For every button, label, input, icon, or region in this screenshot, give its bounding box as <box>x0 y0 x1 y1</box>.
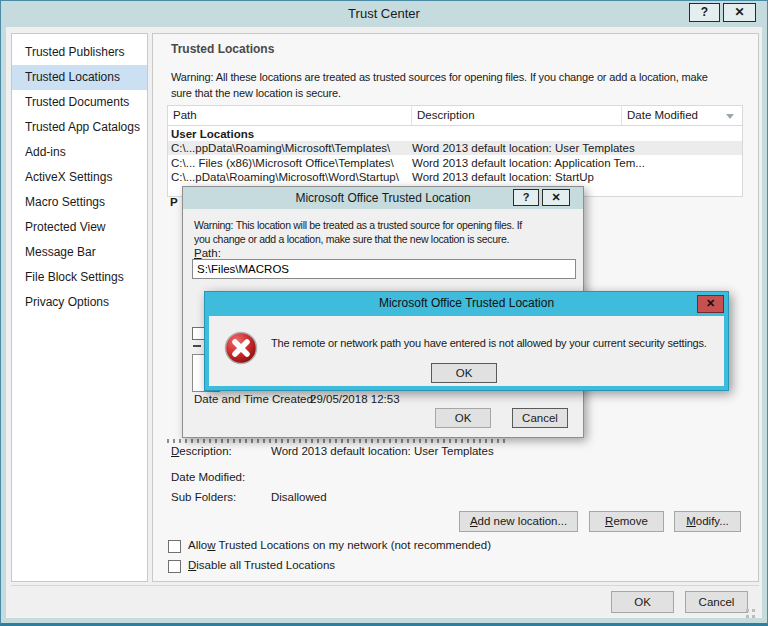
error-icon <box>224 331 258 365</box>
close-icon: ✕ <box>706 297 715 309</box>
dialog-close-button[interactable]: ✕ <box>542 189 570 206</box>
sidebar-item-activex-settings[interactable]: ActiveX Settings <box>12 165 147 190</box>
sidebar-item-macro-settings[interactable]: Macro Settings <box>12 190 147 215</box>
row-path: C:\...pData\Roaming\Microsoft\Word\Start… <box>168 170 412 184</box>
allow-network-locations-label[interactable]: Allow Trusted Locations on my network (n… <box>188 539 491 551</box>
ok-button[interactable]: OK <box>611 591 674 613</box>
description-label: Description: <box>171 445 232 457</box>
path-input[interactable] <box>192 259 576 279</box>
help-button[interactable]: ? <box>689 3 720 22</box>
error-dialog-body: The remote or network path you have ente… <box>209 316 724 386</box>
accel: A <box>470 515 478 527</box>
subfolders-value: Disallowed <box>271 491 327 503</box>
sidebar-item-file-block-settings[interactable]: File Block Settings <box>12 265 147 290</box>
sidebar-item-trusted-app-catalogs[interactable]: Trusted App Catalogs <box>12 115 147 140</box>
section-heading: Trusted Locations <box>171 42 274 56</box>
rest: escription: <box>179 445 231 457</box>
error-dialog-title: Microsoft Office Trusted Location <box>379 296 554 310</box>
row-description: Word 2013 default location: User Templat… <box>412 141 742 155</box>
description-label-fragment <box>193 345 201 347</box>
column-header-date-modified[interactable]: Date Modified <box>622 106 742 125</box>
trust-center-window: Trust Center ? ✕ Trusted Publishers Trus… <box>0 0 768 626</box>
modify-button[interactable]: Modify... <box>674 511 741 532</box>
table-group-user-locations: User Locations <box>171 128 254 140</box>
description-value: Word 2013 default location: User Templat… <box>271 445 494 457</box>
rest: dd new location... <box>478 515 568 527</box>
rest: Trusted Locations on my network (not rec… <box>216 539 492 551</box>
sidebar-item-message-bar[interactable]: Message Bar <box>12 240 147 265</box>
error-message: The remote or network path you have ente… <box>271 337 707 349</box>
error-dialog-close-button[interactable]: ✕ <box>697 295 724 313</box>
sidebar-item-protected-view[interactable]: Protected View <box>12 215 147 240</box>
sidebar-item-trusted-locations[interactable]: Trusted Locations <box>12 65 147 90</box>
accel: P <box>194 247 202 259</box>
accel: M <box>686 515 696 527</box>
clipped-text-fragment <box>167 439 505 443</box>
close-icon: ✕ <box>551 191 560 203</box>
window-title: Trust Center <box>348 6 420 21</box>
created-label: Date and Time Created: <box>194 393 316 405</box>
error-dialog-titlebar[interactable]: Microsoft Office Trusted Location <box>205 292 728 316</box>
dialog-ok-button[interactable]: OK <box>435 408 491 428</box>
cancel-button[interactable]: Cancel <box>685 591 748 613</box>
resize-grip[interactable] <box>746 609 749 612</box>
window-titlebar[interactable]: Trust Center <box>1 1 767 27</box>
rest: isable all Trusted Locations <box>196 559 335 571</box>
rest: ath: <box>202 247 221 259</box>
accel: w <box>207 539 215 551</box>
sidebar-item-add-ins[interactable]: Add-ins <box>12 140 147 165</box>
rest: odify... <box>696 515 729 527</box>
warning-text-line2: sure that the new location is secure. <box>171 87 341 99</box>
footer-divider <box>11 585 759 586</box>
column-header-date-modified-label: Date Modified <box>627 109 698 121</box>
row-description: Word 2013 default location: StartUp <box>412 170 742 184</box>
row-description: Word 2013 default location: Application … <box>412 156 742 170</box>
sidebar-item-trusted-publishers[interactable]: Trusted Publishers <box>12 40 147 65</box>
created-value: 29/05/2018 12:53 <box>310 393 400 405</box>
warning-text-line1: Warning: All these locations are treated… <box>171 71 708 83</box>
path-label: Path: <box>194 247 221 259</box>
row-path: C:\...ppData\Roaming\Microsoft\Templates… <box>168 141 412 155</box>
column-header-description[interactable]: Description <box>412 106 622 125</box>
add-new-location-button[interactable]: Add new location... <box>459 511 578 532</box>
help-icon: ? <box>701 5 708 19</box>
table-header-row: Path Description Date Modified <box>167 105 743 126</box>
dialog-warning-line1: Warning: This location will be treated a… <box>194 219 522 231</box>
sidebar-item-trusted-documents[interactable]: Trusted Documents <box>12 90 147 115</box>
error-dialog: Microsoft Office Trusted Location ✕ The … <box>204 291 729 391</box>
column-header-path[interactable]: Path <box>168 106 412 125</box>
close-icon: ✕ <box>734 5 744 19</box>
sidebar: Trusted Publishers Trusted Locations Tru… <box>11 33 148 582</box>
date-modified-label: Date Modified: <box>171 471 245 483</box>
close-button[interactable]: ✕ <box>723 3 756 22</box>
dialog-cancel-button[interactable]: Cancel <box>512 408 568 428</box>
help-icon: ? <box>523 191 530 203</box>
dialog-help-button[interactable]: ? <box>513 189 539 206</box>
dialog-warning-line2: you change or add a location, make sure … <box>194 233 509 245</box>
allow-network-locations-checkbox[interactable] <box>168 540 181 553</box>
rest: emove <box>613 515 648 527</box>
dialog-title: Microsoft Office Trusted Location <box>295 191 470 205</box>
error-ok-button[interactable]: OK <box>431 363 497 383</box>
sidebar-item-privacy-options[interactable]: Privacy Options <box>12 290 147 315</box>
remove-button[interactable]: Remove <box>589 511 664 532</box>
disable-all-locations-label[interactable]: Disable all Trusted Locations <box>188 559 335 571</box>
disable-all-locations-checkbox[interactable] <box>168 560 181 573</box>
subfolders-label: Sub Folders: <box>171 491 236 503</box>
pre: Allo <box>188 539 207 551</box>
sort-descending-icon <box>726 114 734 119</box>
table-row[interactable]: C:\...ppData\Roaming\Microsoft\Templates… <box>168 141 742 155</box>
table-row[interactable]: C:\... Files (x86)\Microsoft Office\Temp… <box>168 156 742 170</box>
table-group-partial-label: P <box>170 196 178 208</box>
row-path: C:\... Files (x86)\Microsoft Office\Temp… <box>168 156 412 170</box>
table-row[interactable]: C:\...pData\Roaming\Microsoft\Word\Start… <box>168 170 742 184</box>
